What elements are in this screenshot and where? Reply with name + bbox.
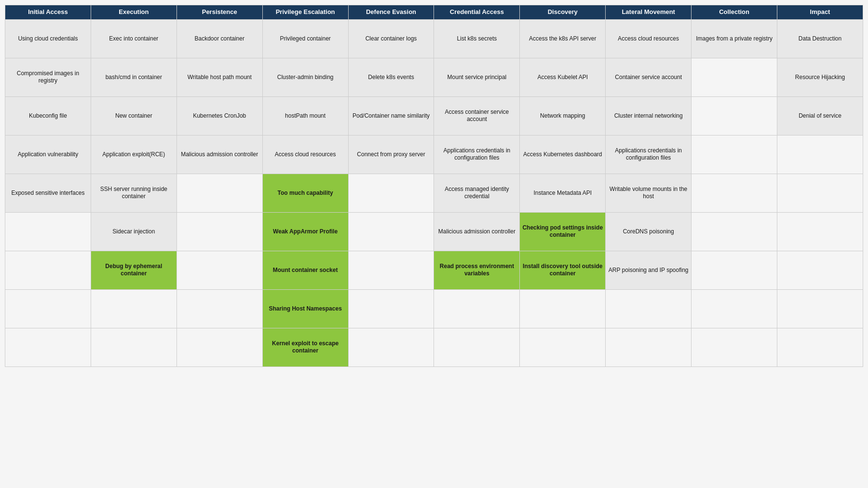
cell-r2-c8 <box>692 96 777 135</box>
cell-r8-c8 <box>692 328 777 366</box>
cell-r3-c1: Application exploit(RCE) <box>91 135 176 174</box>
cell-r5-c4 <box>348 212 434 251</box>
cell-r4-c3: Too much capability <box>262 174 348 212</box>
cell-r2-c5: Access container service account <box>434 96 520 135</box>
cell-r5-c9 <box>777 212 863 251</box>
cell-r0-c1: Exec into container <box>91 19 176 58</box>
cell-r6-c7: ARP poisoning and IP spoofing <box>606 251 692 289</box>
cell-r4-c8 <box>692 174 777 212</box>
cell-r8-c4 <box>348 328 434 366</box>
cell-r4-c5: Access managed identity credential <box>434 174 520 212</box>
cell-r3-c9 <box>777 135 863 174</box>
cell-r5-c7: CoreDNS poisoning <box>606 212 692 251</box>
table-row: Kernel exploit to escape container <box>5 328 863 366</box>
cell-r7-c2 <box>176 289 262 328</box>
cell-r3-c7: Applications credentials in configuratio… <box>606 135 692 174</box>
cell-r6-c2 <box>176 251 262 289</box>
table-row: Debug by ephemeral containerMount contai… <box>5 251 863 289</box>
cell-r6-c9 <box>777 251 863 289</box>
cell-r7-c9 <box>777 289 863 328</box>
cell-r5-c1: Sidecar injection <box>91 212 176 251</box>
cell-r3-c3: Access cloud resources <box>262 135 348 174</box>
cell-r1-c8 <box>692 58 777 96</box>
cell-r1-c5: Mount service principal <box>434 58 520 96</box>
cell-r5-c2 <box>176 212 262 251</box>
cell-r0-c4: Clear container logs <box>348 19 434 58</box>
table-row: Application vulnerabilityApplication exp… <box>5 135 863 174</box>
column-header-discovery: Discovery <box>520 5 606 20</box>
column-header-persistence: Persistence <box>176 5 262 20</box>
cell-r8-c3: Kernel exploit to escape container <box>262 328 348 366</box>
cell-r4-c9 <box>777 174 863 212</box>
cell-r7-c6 <box>520 289 606 328</box>
cell-r1-c4: Delete k8s events <box>348 58 434 96</box>
cell-r3-c4: Connect from proxy server <box>348 135 434 174</box>
cell-r0-c5: List k8s secrets <box>434 19 520 58</box>
cell-r6-c3: Mount container socket <box>262 251 348 289</box>
cell-r6-c1: Debug by ephemeral container <box>91 251 176 289</box>
cell-r0-c2: Backdoor container <box>176 19 262 58</box>
column-header-execution: Execution <box>91 5 176 20</box>
cell-r7-c3: Sharing Host Namespaces <box>262 289 348 328</box>
cell-r3-c8 <box>692 135 777 174</box>
cell-r0-c6: Access the k8s API server <box>520 19 606 58</box>
cell-r0-c9: Data Destruction <box>777 19 863 58</box>
cell-r1-c3: Cluster-admin binding <box>262 58 348 96</box>
table-row: Compromised images in registrybash/cmd i… <box>5 58 863 96</box>
column-header-lateral-movement: Lateral Movement <box>606 5 692 20</box>
cell-r8-c9 <box>777 328 863 366</box>
cell-r4-c6: Instance Metadata API <box>520 174 606 212</box>
column-header-initial-access: Initial Access <box>5 5 91 20</box>
cell-r8-c5 <box>434 328 520 366</box>
cell-r2-c0: Kubeconfig file <box>5 96 91 135</box>
cell-r2-c1: New container <box>91 96 176 135</box>
cell-r2-c4: Pod/Container name similarity <box>348 96 434 135</box>
column-header-credential-access: Credential Access <box>434 5 520 20</box>
cell-r8-c1 <box>91 328 176 366</box>
cell-r2-c9: Denial of service <box>777 96 863 135</box>
cell-r6-c6: Install discovery tool outside container <box>520 251 606 289</box>
cell-r0-c0: Using cloud credentials <box>5 19 91 58</box>
cell-r4-c1: SSH server running inside container <box>91 174 176 212</box>
cell-r6-c0 <box>5 251 91 289</box>
cell-r3-c2: Malicious admission controller <box>176 135 262 174</box>
table-row: Using cloud credentialsExec into contain… <box>5 19 863 58</box>
cell-r2-c3: hostPath mount <box>262 96 348 135</box>
cell-r6-c4 <box>348 251 434 289</box>
cell-r5-c5: Malicious admission controller <box>434 212 520 251</box>
cell-r7-c8 <box>692 289 777 328</box>
cell-r3-c5: Applications credentials in configuratio… <box>434 135 520 174</box>
cell-r7-c5 <box>434 289 520 328</box>
cell-r8-c7 <box>606 328 692 366</box>
cell-r1-c0: Compromised images in registry <box>5 58 91 96</box>
cell-r7-c7 <box>606 289 692 328</box>
cell-r1-c6: Access Kubelet API <box>520 58 606 96</box>
cell-r6-c5: Read process environment variables <box>434 251 520 289</box>
cell-r8-c0 <box>5 328 91 366</box>
column-header-defence-evasion: Defence Evasion <box>348 5 434 20</box>
cell-r0-c3: Privileged container <box>262 19 348 58</box>
attack-matrix-table: Initial AccessExecutionPersistencePrivil… <box>5 5 863 367</box>
cell-r8-c2 <box>176 328 262 366</box>
cell-r4-c2 <box>176 174 262 212</box>
cell-r2-c7: Cluster internal networking <box>606 96 692 135</box>
cell-r5-c3: Weak AppArmor Profile <box>262 212 348 251</box>
cell-r0-c7: Access cloud resources <box>606 19 692 58</box>
cell-r2-c2: Kubernetes CronJob <box>176 96 262 135</box>
cell-r5-c6: Checking pod settings inside container <box>520 212 606 251</box>
column-header-privilege-escalation: Privilege Escalation <box>262 5 348 20</box>
table-row: Sharing Host Namespaces <box>5 289 863 328</box>
cell-r5-c0 <box>5 212 91 251</box>
cell-r3-c6: Access Kubernetes dashboard <box>520 135 606 174</box>
cell-r6-c8 <box>692 251 777 289</box>
cell-r7-c1 <box>91 289 176 328</box>
cell-r1-c7: Container service account <box>606 58 692 96</box>
cell-r7-c4 <box>348 289 434 328</box>
column-header-collection: Collection <box>692 5 777 20</box>
cell-r4-c4 <box>348 174 434 212</box>
cell-r1-c2: Writable host path mount <box>176 58 262 96</box>
cell-r4-c0: Exposed sensitive interfaces <box>5 174 91 212</box>
cell-r2-c6: Network mapping <box>520 96 606 135</box>
cell-r7-c0 <box>5 289 91 328</box>
cell-r1-c9: Resource Hijacking <box>777 58 863 96</box>
